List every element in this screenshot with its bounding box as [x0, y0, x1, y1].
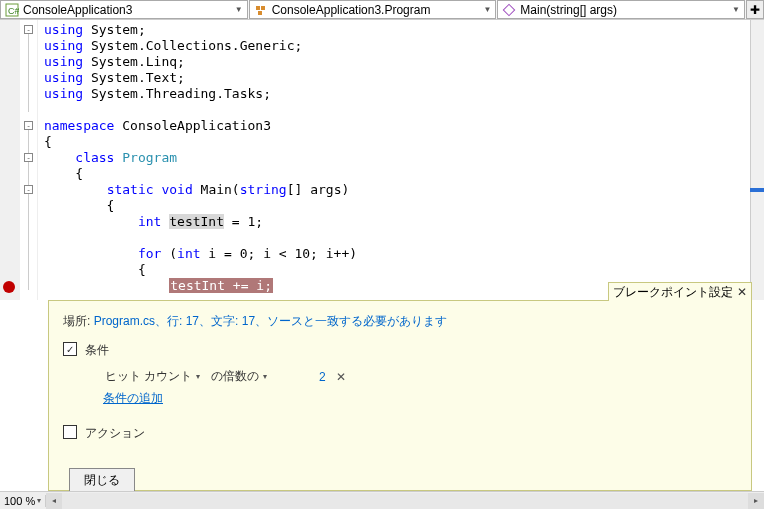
- outline-gutter[interactable]: - - - -: [20, 20, 38, 300]
- svg-rect-2: [256, 6, 260, 10]
- horizontal-scrollbar[interactable]: ◂ ▸: [46, 493, 764, 509]
- split-icon: ✚: [750, 3, 760, 17]
- chevron-down-icon: ▾: [37, 496, 41, 505]
- chevron-down-icon: ▼: [732, 5, 740, 14]
- conditions-checkbox[interactable]: ✓: [63, 342, 77, 356]
- class-icon: [254, 3, 268, 17]
- location-row: 場所: Program.cs、行: 17、文字: 17、ソースと一致する必要があ…: [63, 313, 737, 330]
- condition-row: ヒット カウント▾ の倍数の▾ 2 ✕: [103, 367, 737, 386]
- overview-ruler[interactable]: [750, 20, 764, 300]
- condition-value[interactable]: 2: [319, 370, 326, 384]
- chevron-down-icon: ▼: [235, 5, 243, 14]
- actions-label: アクション: [85, 425, 145, 442]
- class-label: ConsoleApplication3.Program: [272, 3, 431, 17]
- collapse-toggle[interactable]: -: [24, 185, 33, 194]
- member-label: Main(string[] args): [520, 3, 617, 17]
- scroll-track[interactable]: [62, 493, 748, 509]
- actions-checkbox[interactable]: [63, 425, 77, 439]
- close-icon[interactable]: ✕: [737, 285, 747, 299]
- csharp-icon: C#: [5, 3, 19, 17]
- scope-label: ConsoleApplication3: [23, 3, 132, 17]
- svg-rect-4: [258, 11, 262, 15]
- bottom-bar: 100 % ▾ ◂ ▸: [0, 491, 764, 509]
- add-condition-link[interactable]: 条件の追加: [103, 390, 737, 407]
- svg-text:C#: C#: [8, 6, 19, 16]
- breakpoint-gutter[interactable]: [0, 20, 20, 300]
- split-button[interactable]: ✚: [746, 0, 764, 19]
- breakpoint-settings-panel: ブレークポイント設定 ✕ 場所: Program.cs、行: 17、文字: 17…: [48, 300, 752, 491]
- chevron-down-icon: ▾: [196, 372, 200, 381]
- svg-rect-5: [504, 4, 515, 15]
- class-dropdown[interactable]: ConsoleApplication3.Program ▼: [249, 0, 497, 19]
- code-editor[interactable]: - - - - using System; using System.Colle…: [0, 20, 764, 300]
- zoom-value: 100 %: [4, 495, 35, 507]
- collapse-toggle[interactable]: -: [24, 153, 33, 162]
- collapse-toggle[interactable]: -: [24, 121, 33, 130]
- location-link[interactable]: Program.cs、行: 17、文字: 17、ソースと一致する必要があります: [94, 314, 447, 328]
- condition-op-select[interactable]: の倍数の▾: [209, 367, 309, 386]
- method-icon: [502, 3, 516, 17]
- condition-type-select[interactable]: ヒット カウント▾: [103, 367, 203, 386]
- collapse-toggle[interactable]: -: [24, 25, 33, 34]
- conditions-label: 条件: [85, 342, 109, 359]
- svg-rect-3: [261, 6, 265, 10]
- breakpoint-marker[interactable]: [3, 281, 15, 293]
- close-button[interactable]: 閉じる: [69, 468, 135, 493]
- overview-mark: [750, 188, 764, 192]
- scroll-left-button[interactable]: ◂: [46, 493, 62, 509]
- chevron-down-icon: ▼: [483, 5, 491, 14]
- scope-dropdown[interactable]: C# ConsoleApplication3 ▼: [0, 0, 248, 19]
- code-content[interactable]: using System; using System.Collections.G…: [38, 20, 750, 300]
- member-dropdown[interactable]: Main(string[] args) ▼: [497, 0, 745, 19]
- zoom-selector[interactable]: 100 % ▾: [0, 495, 46, 507]
- chevron-down-icon: ▾: [263, 372, 267, 381]
- navigation-bar: C# ConsoleApplication3 ▼ ConsoleApplicat…: [0, 0, 764, 20]
- location-label: 場所:: [63, 314, 94, 328]
- panel-title-bar: ブレークポイント設定 ✕: [608, 282, 752, 301]
- remove-condition-icon[interactable]: ✕: [336, 370, 346, 384]
- scroll-right-button[interactable]: ▸: [748, 493, 764, 509]
- panel-title: ブレークポイント設定: [613, 284, 733, 301]
